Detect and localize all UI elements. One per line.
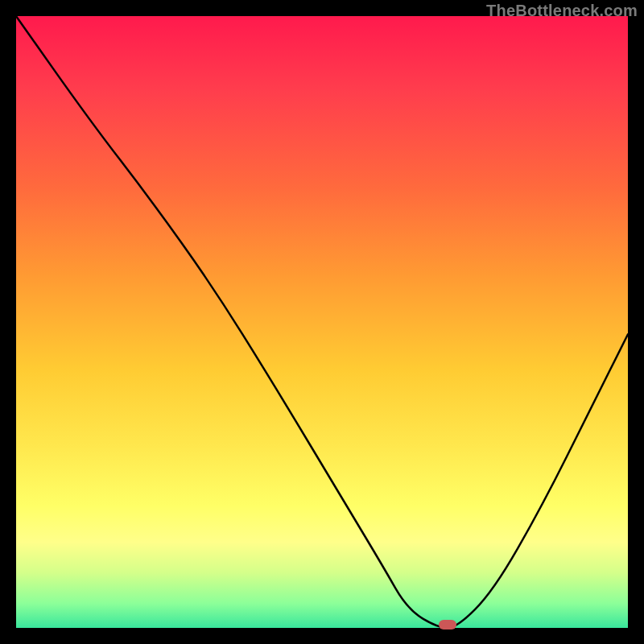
bottleneck-curve [16, 16, 628, 628]
chart-container: TheBottleneck.com [0, 0, 644, 644]
plot-area [16, 16, 628, 628]
optimum-marker [439, 620, 456, 630]
